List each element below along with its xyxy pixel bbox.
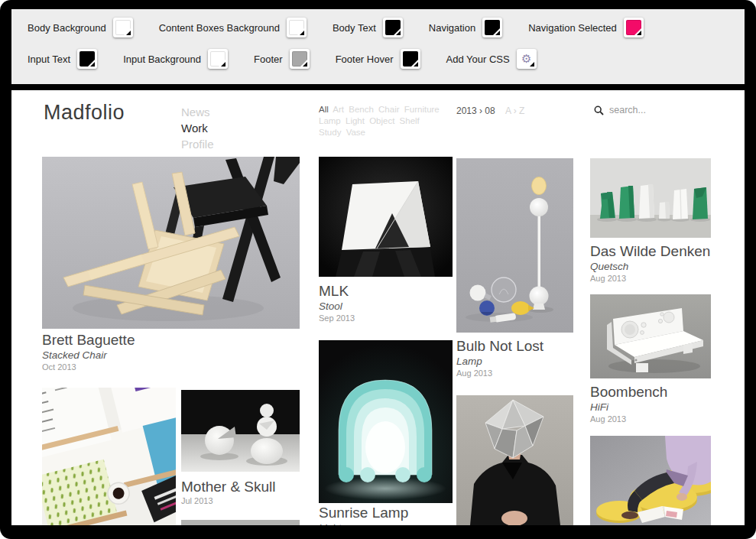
color-swatch-footer-hover[interactable] [401,49,420,69]
control-input-background: Input Background [123,49,228,69]
white-sculptures-photo [181,390,300,472]
portfolio-caption: MLK Stool Sep 2013 [319,283,355,323]
nav-item-work[interactable]: Work [181,120,214,136]
color-swatch-body-background[interactable] [113,18,133,37]
portfolio-item-subtitle: Light [319,521,408,525]
white-folded-stool-photo [319,157,453,277]
portfolio-item-title[interactable]: Brett Baguette [42,332,135,349]
control-body-background: Body Background [28,18,133,37]
control-label: Navigation [429,22,475,34]
portfolio-item-title[interactable]: Bulb Not Lost [456,338,543,355]
toolbar-row-2: Input Text Input Background Footer Foote… [11,46,745,72]
control-content-boxes-background: Content Boxes Background [159,18,307,37]
portfolio-item-title[interactable]: Boombench [590,384,667,401]
search-icon [594,106,604,115]
portfolio-image-brett-baguette[interactable] [42,157,300,329]
control-label: Content Boxes Background [159,22,280,34]
portfolio-item-subtitle: Lamp [456,355,543,368]
tag-object[interactable]: Object [369,116,394,125]
portfolio-image-yellow-stools[interactable] [590,436,711,525]
portfolio-item-title[interactable]: Das Wilde Denken [590,243,710,260]
theme-customizer-toolbar: Body Background Content Boxes Background… [11,9,745,84]
control-label: Footer [254,54,283,65]
tag-art[interactable]: Art [333,105,344,114]
tag-vase[interactable]: Vase [346,128,365,137]
add-css-button[interactable]: ⚙ [517,49,537,69]
tag-lamp[interactable]: Lamp [319,116,341,125]
portfolio-image-das-wilde-denken[interactable] [590,158,711,238]
site-title: Madfolio [44,101,125,125]
control-label: Navigation Selected [528,22,617,34]
control-body-text: Body Text [333,18,403,37]
portfolio-item-date: Sep 2013 [319,313,355,323]
control-input-text: Input Text [28,49,97,69]
portfolio-image-mask-figure[interactable] [456,395,573,525]
madfolio-page: Madfolio News Work Profile All Art Bench… [11,90,745,525]
portfolio-item-date: Oct 2013 [42,362,135,372]
portfolio-item-title[interactable]: Sunrise Lamp [319,505,408,521]
portfolio-caption: Bulb Not Lost Lamp Aug 2013 [456,338,543,378]
control-label: Add Your CSS [446,54,510,65]
control-label: Input Background [123,54,201,65]
control-label: Body Text [333,22,376,34]
sort-controls: 2013 › 08 A › Z [456,106,524,116]
color-swatch-input-text[interactable] [77,49,97,69]
portfolio-caption: Boombench HiFi Aug 2013 [590,384,667,424]
portfolio-item-subtitle: HiFi [590,401,667,414]
bulb-pole-lamp-photo [456,158,573,333]
nav-item-profile[interactable]: Profile [181,136,214,152]
control-label: Input Text [28,54,70,65]
color-swatch-navigation[interactable] [482,18,502,37]
color-swatch-content-boxes-background[interactable] [287,18,307,37]
control-label: Footer Hover [336,54,394,65]
nav-item-news[interactable]: News [181,104,214,120]
tag-shelf[interactable]: Shelf [400,116,420,125]
portfolio-item-date: Aug 2013 [456,368,543,378]
portfolio-image-boombench[interactable] [590,294,711,378]
portfolio-image-mother-skull[interactable] [181,390,300,472]
portfolio-item-title[interactable]: MLK [319,283,355,300]
figure-with-faceted-mask-photo [456,395,573,525]
portfolio-caption: Sunrise Lamp Light [319,505,408,525]
tag-study[interactable]: Study [319,128,341,137]
portfolio-image-sunrise-lamp[interactable] [319,340,453,503]
tag-bench[interactable]: Bench [349,105,374,114]
color-swatch-footer[interactable] [290,49,310,69]
white-speaker-bench-photo [590,294,711,378]
portfolio-item-date: Aug 2013 [590,414,667,424]
color-swatch-body-text[interactable] [383,18,403,37]
color-swatch-input-background[interactable] [208,49,228,69]
portfolio-image-mlk[interactable] [319,157,453,277]
control-footer-hover: Footer Hover [336,49,420,69]
portfolio-item-date: Aug 2013 [590,273,710,284]
app-window: Body Background Content Boxes Background… [0,0,756,539]
person-on-yellow-stools-photo [590,436,711,525]
tag-light[interactable]: Light [346,116,365,125]
portfolio-item-subtitle: Stool [319,300,355,313]
portfolio-item-subtitle: Stacked Chair [42,349,135,362]
portfolio-caption: Mother & Skull Jul 2013 [181,479,276,506]
portfolio-image-bulb-not-lost[interactable] [456,158,573,333]
crumpled-green-white-vases-photo [590,158,711,238]
date-sort[interactable]: 2013 › 08 [456,106,495,116]
shelf-with-posters-photo [42,388,176,525]
tag-filter: All Art Bench Chair Furniture Lamp Light… [319,104,443,138]
portfolio-item-date: Jul 2013 [181,495,276,506]
portfolio-item-subtitle: Quetsch [590,260,710,273]
next-image-edge [181,520,300,525]
site-nav: News Work Profile [181,104,214,152]
stacked-wooden-and-black-chairs-photo [42,157,300,329]
control-add-your-css: Add Your CSS ⚙ [446,49,537,69]
search-input[interactable] [608,104,725,116]
control-label: Body Background [28,22,106,34]
control-navigation: Navigation [429,18,502,37]
tag-furniture[interactable]: Furniture [404,105,440,114]
portfolio-image-shelf[interactable] [42,388,176,525]
control-footer: Footer [254,49,310,69]
portfolio-item-title[interactable]: Mother & Skull [181,479,276,495]
portfolio-caption: Das Wilde Denken Quetsch Aug 2013 [590,243,710,284]
alphabetical-sort[interactable]: A › Z [505,106,524,116]
tag-all[interactable]: All [319,105,329,114]
tag-chair[interactable]: Chair [378,105,399,114]
color-swatch-navigation-selected[interactable] [624,18,644,37]
